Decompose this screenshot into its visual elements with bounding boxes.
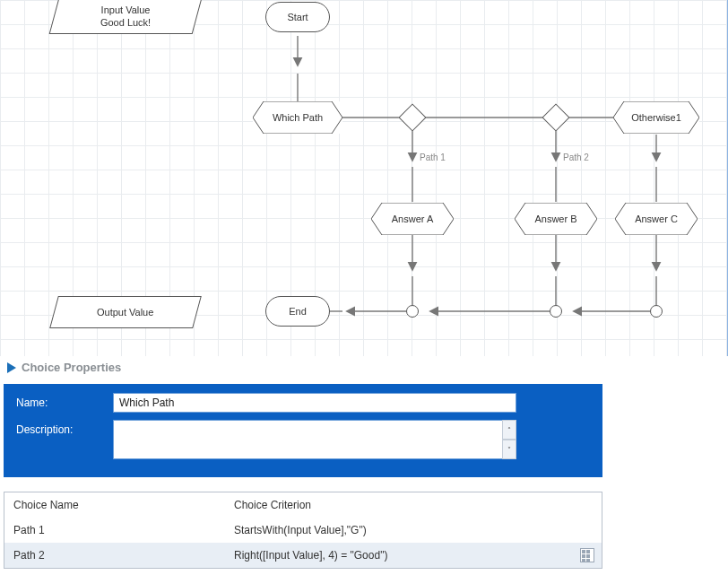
- node-output-value-label: Output Value: [97, 306, 153, 318]
- table-row[interactable]: Path 1 StartsWith(Input Value],"G"): [4, 518, 602, 543]
- description-scroll-down[interactable]: ˅: [502, 440, 516, 459]
- properties-panel: Name: Description: ˄ ˅: [4, 384, 602, 477]
- node-end-label: End: [289, 306, 307, 317]
- node-answer-b[interactable]: Answer B: [515, 203, 597, 235]
- header-choice-criterion: Choice Criterion: [225, 499, 602, 511]
- cell-choice-criterion-text: Right([Input Value], 4) = "Good"): [234, 549, 387, 562]
- node-start-label: Start: [287, 12, 308, 22]
- edge-label-path1: Path 1: [420, 152, 446, 162]
- table-row[interactable]: Path 2 Right([Input Value], 4) = "Good"): [4, 543, 602, 568]
- node-decision-label: Which Path: [273, 112, 323, 123]
- description-field[interactable]: [113, 420, 503, 459]
- app-root: Input ValueGood Luck! Start Which Path O…: [0, 0, 728, 575]
- join-3[interactable]: [650, 305, 663, 318]
- node-input-value-label: Input ValueGood Luck!: [100, 4, 151, 30]
- node-answer-b-label: Answer B: [534, 213, 576, 224]
- edge-label-path2: Path 2: [563, 152, 589, 162]
- cell-choice-name: Path 2: [4, 549, 225, 562]
- choices-table: Choice Name Choice Criterion Path 1 Star…: [4, 492, 602, 569]
- description-scroll-up[interactable]: ˄: [502, 420, 516, 440]
- node-input-value[interactable]: Input ValueGood Luck!: [49, 0, 203, 34]
- node-answer-c-label: Answer C: [635, 213, 678, 224]
- branch-diamond-2[interactable]: [542, 103, 569, 131]
- expression-editor-icon[interactable]: [580, 548, 594, 562]
- cell-choice-criterion: Right([Input Value], 4) = "Good"): [225, 549, 602, 562]
- description-label: Description:: [16, 420, 113, 436]
- node-otherwise[interactable]: Otherwise1: [613, 101, 699, 134]
- node-output-value[interactable]: Output Value: [49, 296, 202, 328]
- join-1[interactable]: [406, 305, 419, 318]
- node-otherwise-label: Otherwise1: [631, 112, 681, 123]
- join-2[interactable]: [550, 305, 562, 318]
- name-field[interactable]: [113, 393, 516, 413]
- properties-panel-title: Choice Properties: [22, 361, 121, 374]
- branch-diamond-1[interactable]: [398, 103, 426, 131]
- cell-choice-criterion: StartsWith(Input Value],"G"): [225, 524, 602, 536]
- properties-panel-header: Choice Properties: [7, 361, 121, 374]
- node-start[interactable]: Start: [265, 2, 330, 32]
- node-answer-a-label: Answer A: [392, 213, 433, 224]
- node-answer-c[interactable]: Answer C: [615, 203, 698, 235]
- flow-canvas[interactable]: Input ValueGood Luck! Start Which Path O…: [0, 0, 728, 356]
- table-header-row: Choice Name Choice Criterion: [4, 492, 602, 518]
- node-answer-a[interactable]: Answer A: [371, 203, 454, 235]
- header-choice-name: Choice Name: [4, 499, 225, 511]
- name-label: Name:: [16, 393, 113, 409]
- node-end[interactable]: End: [265, 296, 330, 327]
- cell-choice-name: Path 1: [4, 524, 225, 536]
- node-decision[interactable]: Which Path: [253, 101, 342, 134]
- disclosure-icon[interactable]: [7, 362, 16, 373]
